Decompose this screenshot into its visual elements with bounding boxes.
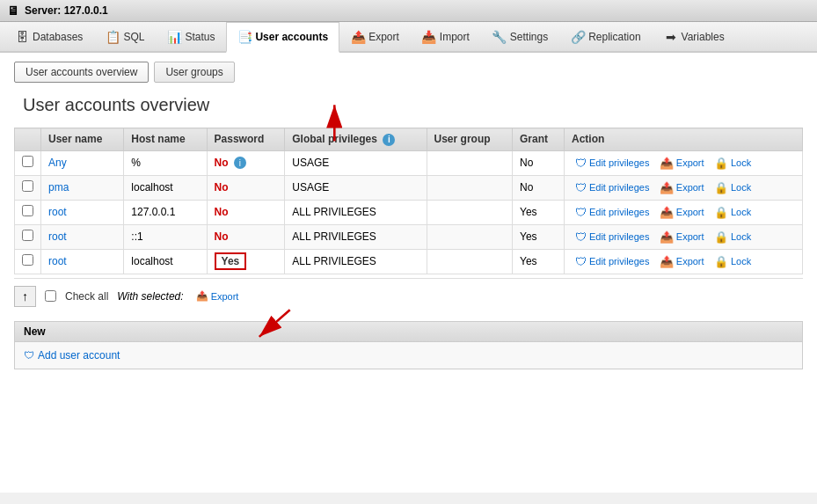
new-section-header: New [15, 322, 802, 342]
action-root-localhost: 🛡 Edit privileges 📤 Export 🔒 Lock [564, 249, 802, 274]
edit-privileges-root-127[interactable]: 🛡 Edit privileges [572, 205, 653, 220]
tab-user-accounts[interactable]: 📑 User accounts [226, 22, 339, 53]
export-action-icon: 📤 [660, 157, 674, 170]
global-priv-pma: USAGE [285, 175, 427, 200]
edit-privileges-root-localhost[interactable]: 🛡 Edit privileges [572, 254, 653, 269]
user-group-root-ipv6 [427, 224, 512, 249]
edit-privileges-pma[interactable]: 🛡 Edit privileges [572, 180, 653, 195]
lock-pma[interactable]: 🔒 Lock [711, 180, 755, 195]
col-header-grant: Grant [513, 128, 565, 151]
lock-root-127[interactable]: 🔒 Lock [711, 205, 755, 220]
col-header-global-privileges: Global privileges i [285, 128, 427, 151]
hostname-root-ipv6: ::1 [124, 224, 207, 249]
edit-privileges-root-ipv6[interactable]: 🛡 Edit privileges [572, 230, 653, 245]
row-checkbox-1 [15, 150, 41, 175]
edit-privileges-any[interactable]: 🛡 Edit privileges [572, 156, 653, 171]
table-footer: ↑ Check all With selected: 📤 Export [14, 278, 803, 314]
tab-replication[interactable]: 🔗 Replication [559, 22, 652, 51]
username-pma[interactable]: pma [48, 181, 69, 194]
tab-import[interactable]: 📥 Import [411, 22, 481, 51]
col-header-username: User name [41, 128, 124, 151]
lock-root-ipv6[interactable]: 🔒 Lock [711, 230, 755, 245]
username-any[interactable]: Any [48, 157, 67, 169]
checkbox-pma[interactable] [22, 180, 33, 192]
checkbox-any[interactable] [22, 156, 33, 167]
replication-icon: 🔗 [571, 30, 585, 44]
global-priv-root-localhost: ALL PRIVILEGES [285, 249, 427, 274]
export-icon-root-localhost: 📤 [660, 255, 674, 268]
col-header-hostname: Host name [124, 128, 207, 151]
hostname-pma: localhost [124, 175, 207, 200]
export-any[interactable]: 📤 Export [656, 156, 708, 171]
password-root-ipv6: No [207, 224, 285, 249]
global-priv-root-ipv6: ALL PRIVILEGES [285, 224, 427, 249]
export-root-ipv6[interactable]: 📤 Export [656, 230, 708, 245]
password-root-localhost: Yes [207, 249, 285, 274]
row-checkbox-5 [15, 249, 41, 274]
import-icon: 📥 [422, 30, 436, 44]
grant-any: No [513, 150, 565, 175]
table-row: root 127.0.0.1 No ALL PRIVILEGES Yes 🛡 E… [15, 200, 803, 224]
content-area: User accounts overview User groups User … [0, 53, 817, 493]
add-user-icon: 🛡 [24, 349, 34, 362]
col-header-user-group: User group [427, 128, 512, 151]
user-group-root-127 [427, 200, 512, 224]
status-icon: 📊 [167, 30, 181, 44]
checkbox-root-localhost[interactable] [22, 254, 33, 266]
title-bar: 🖥 Server: 127.0.0.1 [0, 0, 817, 22]
export-root-localhost[interactable]: 📤 Export [656, 254, 708, 269]
user-groups-btn[interactable]: User groups [154, 62, 234, 83]
export-icon-root-ipv6: 📤 [660, 230, 674, 244]
sql-icon: 📋 [106, 30, 120, 44]
tab-variables[interactable]: ➡ Variables [653, 22, 736, 51]
add-user-account-link[interactable]: 🛡 Add user account [24, 349, 120, 362]
lock-icon-pma: 🔒 [714, 181, 728, 194]
user-accounts-overview-btn[interactable]: User accounts overview [14, 62, 149, 83]
action-root-127: 🛡 Edit privileges 📤 Export 🔒 Lock [564, 200, 802, 224]
export-icon-pma: 📤 [660, 181, 674, 194]
hostname-any: % [124, 150, 207, 175]
footer-export-btn[interactable]: 📤 Export [193, 289, 243, 303]
lock-any[interactable]: 🔒 Lock [711, 156, 755, 171]
action-root-ipv6: 🛡 Edit privileges 📤 Export 🔒 Lock [564, 224, 802, 249]
grant-root-127: Yes [513, 200, 565, 224]
user-group-any [427, 150, 512, 175]
nav-tabs: 🗄 Databases 📋 SQL 📊 Status 📑 User accoun… [0, 22, 817, 53]
checkbox-root-ipv6[interactable] [22, 230, 33, 241]
col-header-action: Action [564, 128, 802, 151]
col-header-password: Password [207, 128, 285, 151]
password-any: No i [207, 150, 285, 175]
lock-icon-root-127: 🔒 [714, 206, 728, 219]
edit-privileges-icon-root-localhost: 🛡 [575, 255, 587, 268]
lock-icon-root-ipv6: 🔒 [714, 230, 728, 244]
username-root-127[interactable]: root [48, 206, 67, 218]
lock-icon: 🔒 [714, 157, 728, 170]
edit-privileges-icon-root-ipv6: 🛡 [575, 230, 587, 244]
server-icon: 🖥 [7, 4, 19, 18]
lock-root-localhost[interactable]: 🔒 Lock [711, 254, 755, 269]
tab-databases[interactable]: 🗄 Databases [4, 22, 94, 51]
password-info-icon[interactable]: i [234, 157, 246, 169]
check-all-checkbox[interactable] [45, 290, 56, 302]
user-accounts-table: User name Host name Password Global priv… [14, 128, 803, 274]
export-icon: 📤 [351, 30, 365, 44]
export-pma[interactable]: 📤 Export [656, 180, 708, 195]
tab-export[interactable]: 📤 Export [339, 22, 411, 51]
user-group-root-localhost [427, 249, 512, 274]
password-pma: No [207, 175, 285, 200]
tab-status[interactable]: 📊 Status [156, 22, 226, 51]
checkbox-root-127[interactable] [22, 205, 33, 216]
username-root-localhost[interactable]: root [48, 255, 67, 267]
databases-icon: 🗄 [15, 30, 29, 44]
sub-nav: User accounts overview User groups [14, 62, 803, 83]
title-bar-label: Server: 127.0.0.1 [25, 4, 108, 17]
global-privileges-info-icon[interactable]: i [383, 134, 395, 146]
export-root-127[interactable]: 📤 Export [656, 205, 708, 220]
edit-privileges-icon: 🛡 [575, 157, 587, 170]
action-pma: 🛡 Edit privileges 📤 Export 🔒 Lock [564, 175, 802, 200]
tab-sql[interactable]: 📋 SQL [94, 22, 156, 51]
scroll-up-button[interactable]: ↑ [14, 286, 36, 307]
settings-icon: 🔧 [492, 30, 507, 44]
tab-settings[interactable]: 🔧 Settings [481, 22, 559, 51]
username-root-ipv6[interactable]: root [48, 230, 67, 243]
